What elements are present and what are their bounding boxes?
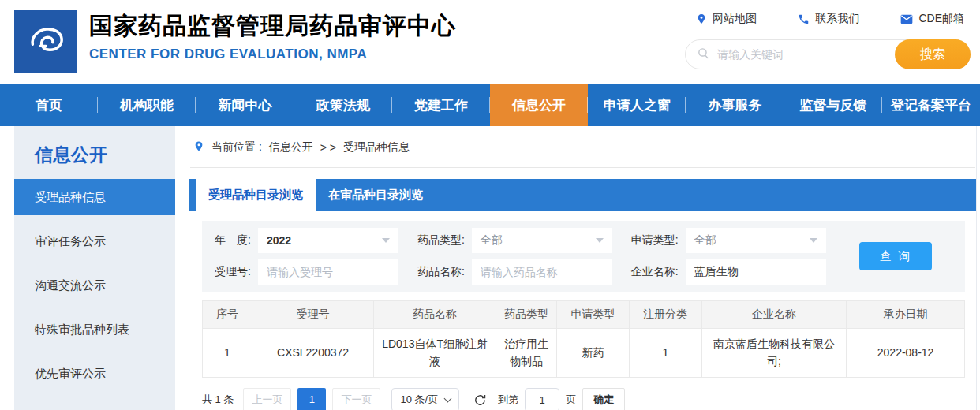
col-reg-class: 注册分类	[629, 301, 701, 329]
nav-item-services[interactable]: 办事服务	[686, 84, 784, 126]
apply-type-label: 申请类型:	[631, 233, 679, 248]
table-header-row: 序号 受理号 药品名称 药品类型 申请类型 注册分类 企业名称 承办日期	[203, 301, 965, 329]
pagination: 共 1 条 上一页 1 下一页 10 条/页 到第 页 确定	[202, 388, 963, 410]
filter-fields: 年 度: 2022 药品类型: 全部 申请类型:	[215, 228, 826, 285]
nav-item-home[interactable]: 首页	[0, 84, 98, 126]
acceptance-no-label: 受理号:	[215, 265, 251, 279]
col-date: 承办日期	[847, 301, 965, 329]
refresh-icon[interactable]	[473, 393, 487, 407]
title-block: 国家药品监督管理局药品审评中心 CENTER FOR DRUG EVALUATI…	[89, 10, 456, 62]
contact-link[interactable]: 联系我们	[798, 12, 859, 26]
drug-name-label: 药品名称:	[417, 265, 465, 279]
tab-bar: 受理品种目录浏览 在审品种目录浏览	[189, 179, 976, 211]
brand: 国家药品监督管理局药品审评中心 CENTER FOR DRUG EVALUATI…	[14, 10, 456, 73]
results-table: 序号 受理号 药品名称 药品类型 申请类型 注册分类 企业名称 承办日期 1 C…	[202, 300, 965, 378]
mailbox-link[interactable]: CDE邮箱	[900, 12, 964, 26]
site-title: 国家药品监督管理局药品审评中心	[89, 11, 456, 41]
sidebar-item-accepted-varieties[interactable]: 受理品种信息	[14, 179, 175, 215]
year-label: 年 度:	[215, 233, 251, 248]
cde-logo	[14, 10, 77, 73]
sidebar-item-special-approval[interactable]: 特殊审批品种列表	[14, 311, 175, 348]
sidebar-item-communication[interactable]: 沟通交流公示	[14, 267, 175, 304]
tab-accepted-catalog[interactable]: 受理品种目录浏览	[196, 179, 316, 211]
sidebar-item-breakthrough-therapy[interactable]: 突破性治疗公示	[14, 400, 175, 410]
page-1-button[interactable]: 1	[297, 388, 326, 410]
filter-apply-type: 申请类型: 全部	[631, 228, 826, 253]
table-row: 1 CXSL2200372 LD013自体T细胞注射液 治疗用生物制品 新药 1…	[203, 329, 965, 378]
sidebar-title: 信息公开	[14, 126, 175, 179]
search-button[interactable]: 搜索	[895, 39, 971, 69]
breadcrumb: 当前位置 : 信息公开 > > 受理品种信息	[190, 126, 975, 168]
location-pin-icon	[696, 13, 707, 25]
goto-page-input[interactable]	[525, 388, 559, 410]
cell-acceptance-no: CXSL2200372	[252, 329, 374, 378]
filter-year: 年 度: 2022	[215, 228, 398, 253]
tab-under-review-catalog[interactable]: 在审品种目录浏览	[316, 179, 436, 211]
drug-type-label: 药品类型:	[417, 233, 465, 248]
site-header: 国家药品监督管理局药品审评中心 CENTER FOR DRUG EVALUATI…	[0, 0, 980, 84]
cell-drug-type: 治疗用生物制品	[496, 329, 556, 378]
breadcrumb-pin-icon	[193, 140, 204, 155]
cell-drug-name: LD013自体T细胞注射液	[374, 329, 496, 378]
quick-links: 网站地图 联系我们 CDE邮箱	[685, 12, 971, 26]
envelope-icon	[900, 14, 913, 24]
company-input[interactable]	[686, 259, 826, 285]
chevron-down-icon	[444, 394, 452, 402]
page-size-value: 10 条/页	[400, 393, 438, 407]
year-select[interactable]: 2022	[258, 228, 398, 253]
breadcrumb-separator: > >	[320, 141, 336, 154]
content-panel: 当前位置 : 信息公开 > > 受理品种信息 受理品种目录浏览 在审品种目录浏览…	[189, 126, 977, 410]
nav-item-functions[interactable]: 机构职能	[98, 84, 196, 126]
mailbox-link-label: CDE邮箱	[918, 12, 964, 26]
prev-page-button[interactable]: 上一页	[243, 388, 291, 410]
nav-item-news[interactable]: 新闻中心	[196, 84, 294, 126]
cell-reg-class: 1	[629, 329, 701, 378]
breadcrumb-section[interactable]: 信息公开	[269, 140, 313, 155]
col-apply-type: 申请类型	[557, 301, 630, 329]
query-button[interactable]: 查 询	[859, 242, 932, 270]
nav-item-info-disclosure[interactable]: 信息公开	[490, 84, 588, 126]
sitemap-link[interactable]: 网站地图	[696, 12, 757, 26]
chevron-down-icon	[382, 238, 390, 243]
goto-unit: 页	[566, 393, 576, 407]
year-value: 2022	[267, 234, 291, 247]
acceptance-no-input[interactable]	[258, 259, 398, 285]
phone-icon	[798, 13, 810, 25]
page-size-select[interactable]: 10 条/页	[391, 388, 459, 410]
filter-acceptance-no: 受理号:	[215, 259, 398, 285]
nav-item-party[interactable]: 党建工作	[392, 84, 490, 126]
main-area: 信息公开 受理品种信息 审评任务公示 沟通交流公示 特殊审批品种列表 优先审评公…	[0, 126, 980, 410]
search-icon	[697, 47, 710, 63]
apply-type-select[interactable]: 全部	[686, 228, 826, 253]
apply-type-value: 全部	[694, 233, 716, 248]
confirm-button[interactable]: 确定	[582, 388, 625, 410]
cde-logo-swirl-icon	[23, 18, 69, 65]
search-bar: 搜索	[685, 39, 971, 69]
cell-index: 1	[203, 329, 252, 378]
drug-type-select[interactable]: 全部	[472, 228, 612, 253]
nav-item-policies[interactable]: 政策法规	[294, 84, 392, 126]
next-page-button[interactable]: 下一页	[332, 388, 380, 410]
sidebar-item-priority-review[interactable]: 优先审评公示	[14, 356, 175, 392]
contact-link-label: 联系我们	[815, 12, 859, 26]
breadcrumb-label: 当前位置 :	[211, 140, 262, 155]
breadcrumb-current: 受理品种信息	[343, 140, 410, 155]
drug-name-input[interactable]	[472, 259, 612, 285]
col-drug-type: 药品类型	[496, 301, 556, 329]
filter-panel: 年 度: 2022 药品类型: 全部 申请类型:	[202, 221, 965, 292]
col-acceptance-no: 受理号	[252, 301, 374, 329]
filter-drug-name: 药品名称:	[417, 259, 612, 285]
drug-type-value: 全部	[481, 233, 503, 248]
filter-company: 企业名称:	[631, 259, 826, 285]
main-nav: 首页 机构职能 新闻中心 政策法规 党建工作 信息公开 申请人之窗 办事服务 监…	[0, 84, 980, 126]
cell-company: 南京蓝盾生物科技有限公司;	[701, 329, 847, 378]
col-company: 企业名称	[701, 301, 847, 329]
chevron-down-icon	[810, 238, 817, 243]
col-drug-name: 药品名称	[374, 301, 496, 329]
sidebar-item-review-tasks[interactable]: 审评任务公示	[14, 223, 175, 259]
nav-item-supervision[interactable]: 监督与反馈	[784, 84, 882, 126]
cell-date: 2022-08-12	[847, 329, 965, 378]
search-input[interactable]	[717, 48, 891, 61]
nav-item-registration[interactable]: 登记备案平台	[882, 84, 980, 126]
nav-item-applicant[interactable]: 申请人之窗	[588, 84, 686, 126]
